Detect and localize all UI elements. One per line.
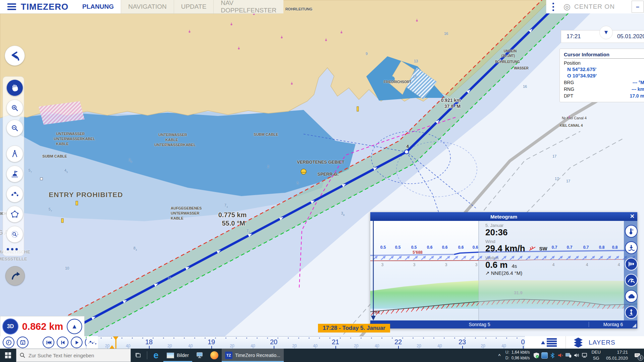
task-view-button[interactable] — [131, 349, 146, 362]
tab-planung[interactable]: PLANUNG — [75, 0, 121, 13]
timeline-list-button[interactable] — [541, 338, 557, 347]
calendar-button[interactable] — [17, 337, 29, 348]
more-tools-button[interactable] — [7, 248, 18, 250]
resize-grip[interactable] — [632, 323, 636, 327]
tide-layer-button[interactable] — [625, 306, 638, 319]
wave-height-label: 0.7 — [583, 245, 589, 250]
share-button[interactable] — [5, 266, 25, 286]
wave-layer-button[interactable] — [625, 274, 638, 287]
network-tray-icon[interactable] — [581, 349, 589, 362]
taskbar-item-bilder[interactable]: Bilder — [163, 349, 192, 362]
wave-height-label: 0.8 — [599, 245, 605, 250]
center-on-button[interactable]: ◎ CENTER ON — [559, 3, 632, 11]
muted-audio-tray-icon[interactable] — [556, 349, 565, 362]
system-tray: ^ U:D: 1,64 kbit/s0,96 kbit/s DEUSG — [496, 349, 644, 362]
list-icon — [547, 338, 557, 347]
remote-app-button[interactable] — [192, 349, 207, 362]
timeline-hour-label: 20 — [270, 338, 277, 346]
wind-layer-button[interactable] — [625, 258, 638, 270]
hamburger-menu-icon[interactable] — [7, 3, 16, 10]
playback-bar — [0, 336, 86, 349]
notification-center-button[interactable]: 1 — [631, 349, 644, 362]
mark-tool-button[interactable] — [6, 166, 23, 182]
close-icon[interactable]: ✕ — [630, 213, 635, 220]
rng-value: --- km — [632, 86, 644, 92]
arrow-down-water-icon — [628, 244, 635, 251]
firefox-button[interactable] — [207, 349, 222, 362]
app-tray-icon[interactable] — [540, 349, 548, 362]
back-arrow-icon — [9, 50, 20, 61]
tab-update[interactable]: UPDATE — [174, 0, 214, 13]
edge-button[interactable]: e — [149, 349, 163, 362]
sperr-buoy-symbol[interactable] — [301, 169, 306, 174]
skip-start-icon — [46, 340, 52, 346]
measure-tool-button[interactable] — [6, 145, 23, 162]
firefox-icon — [210, 351, 218, 359]
pressure-value: 5'688 — [413, 250, 423, 255]
distance-bar: 3D 0.862 km ▲ — [0, 316, 85, 337]
meteogram-day-bar: Sonntag 5 Montag 6 — [370, 320, 637, 328]
current-date: 05.01.2020 — [617, 33, 644, 40]
share-arrow-icon — [10, 270, 20, 281]
zoom-out-button[interactable] — [6, 120, 23, 136]
minimize-button[interactable]: – — [632, 1, 644, 13]
wave-period-label: 3 — [475, 262, 478, 267]
route-waypoint[interactable] — [405, 150, 409, 154]
play-button[interactable] — [71, 337, 83, 348]
pan-tool-button[interactable] — [6, 79, 23, 96]
meteogram-header[interactable]: Meteogram ✕ — [370, 212, 637, 221]
windsock-icon — [628, 261, 635, 267]
layers-button[interactable]: LAYERS — [573, 338, 615, 348]
search-input[interactable] — [28, 352, 120, 359]
wave-period-label: 3 — [445, 262, 447, 267]
temperature-layer-button[interactable] — [625, 225, 638, 238]
speaker-red-icon — [558, 353, 563, 358]
buoy-flag-icon — [10, 169, 19, 179]
skip-start-button[interactable] — [43, 337, 54, 348]
tab-navigation[interactable]: NAVIGATION — [121, 0, 173, 13]
zoom-in-button[interactable] — [6, 100, 23, 116]
layers-icon — [573, 338, 584, 348]
dpt-label: DPT — [564, 93, 573, 99]
datetime-dropdown-button[interactable]: ▼ — [599, 26, 613, 39]
bluetooth-tray-icon[interactable] — [548, 349, 556, 362]
topbar-right: ◎ CENTER ON – — [546, 0, 644, 13]
mode-3d-button[interactable]: 3D — [2, 318, 18, 335]
cloud-layer-button[interactable] — [625, 290, 638, 303]
clock-button[interactable] — [3, 337, 14, 348]
wave-height-label: 0.8 — [612, 245, 618, 250]
orientation-button[interactable]: ▲ — [67, 319, 82, 334]
clock-icon — [6, 340, 12, 346]
timeline[interactable]: 1819202122230204020402040204020402040204… — [98, 336, 525, 349]
taskbar-search[interactable] — [16, 349, 131, 362]
shield-check-icon — [534, 353, 539, 358]
search-icon — [10, 230, 19, 239]
overflow-menu-icon[interactable] — [546, 3, 559, 11]
undo-button[interactable] — [5, 46, 25, 66]
step-back-button[interactable] — [57, 337, 68, 348]
timeline-source-select[interactable] — [87, 336, 98, 349]
security-tray-icon[interactable] — [532, 349, 540, 362]
route-tool-button[interactable] — [6, 186, 23, 202]
area-tool-button[interactable] — [6, 206, 23, 223]
image-folder-icon — [167, 353, 174, 358]
start-button[interactable] — [0, 349, 16, 362]
cursor-latitude: N 54°32.675' — [567, 66, 644, 72]
wave-height-label: 0.6 — [442, 245, 448, 250]
language-indicator[interactable]: DEUSG — [589, 349, 603, 361]
hidden-icons-button[interactable]: ^ — [496, 353, 503, 358]
tab-nav-doppelfenster[interactable]: NAV DOPPELFENSTER — [213, 0, 283, 13]
volume-tray-icon[interactable] — [573, 349, 581, 362]
taskbar-clock[interactable]: 17:2105.01.2020 — [603, 349, 631, 361]
download-speed: 0,96 kbit/s — [512, 355, 530, 361]
position-label: Position — [564, 60, 644, 66]
network-speed-widget[interactable]: U:D: 1,64 kbit/s0,96 kbit/s — [503, 350, 533, 361]
precipitation-layer-button[interactable] — [625, 241, 638, 254]
taskbar-item-timezero[interactable]: TZ TimeZero Recreatio... — [222, 349, 284, 362]
search-tool-button[interactable] — [6, 226, 23, 243]
edge-icon: e — [153, 351, 158, 360]
meteogram-chart[interactable]: 0.50.50.50.60.60.60.60.70.70.70.80.83333… — [370, 221, 637, 320]
input-device-tray-icon[interactable] — [565, 349, 573, 362]
cloud-value: 31.9 — [514, 290, 522, 295]
cursor-longitude: O 10°34.929' — [567, 73, 644, 78]
